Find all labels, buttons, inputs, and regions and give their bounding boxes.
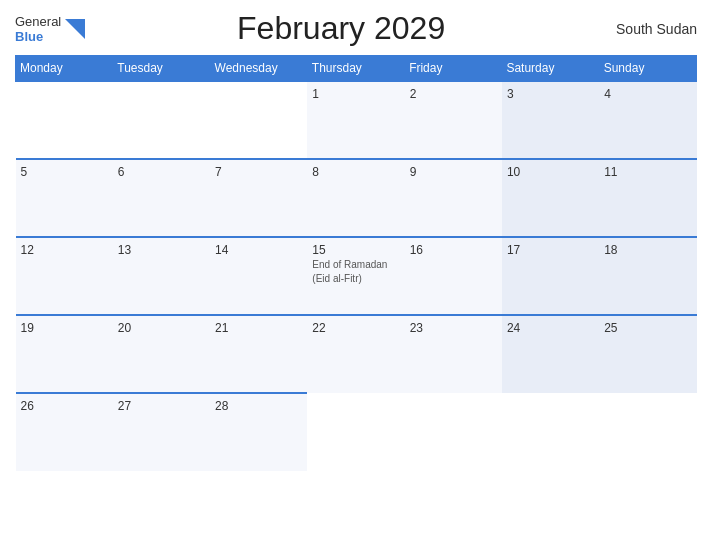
- calendar-cell: 5: [16, 159, 113, 237]
- calendar-table: Monday Tuesday Wednesday Thursday Friday…: [15, 55, 697, 471]
- calendar-cell: 13: [113, 237, 210, 315]
- calendar-cell: 9: [405, 159, 502, 237]
- cell-date: 4: [604, 87, 691, 101]
- calendar-header: General Blue February 2029 South Sudan: [15, 10, 697, 47]
- cell-date: 3: [507, 87, 594, 101]
- cell-date: 20: [118, 321, 205, 335]
- calendar-cell: 20: [113, 315, 210, 393]
- cell-date: 18: [604, 243, 691, 257]
- col-saturday: Saturday: [502, 56, 599, 82]
- cell-date: 23: [410, 321, 497, 335]
- calendar-cell: [502, 393, 599, 471]
- cell-date: 12: [21, 243, 108, 257]
- cell-date: 28: [215, 399, 302, 413]
- logo: General Blue: [15, 14, 85, 44]
- calendar-cell: 1: [307, 81, 404, 159]
- calendar-cell: [113, 81, 210, 159]
- calendar-cell: [405, 393, 502, 471]
- calendar-cell: 16: [405, 237, 502, 315]
- calendar-cell: 2: [405, 81, 502, 159]
- cell-date: 13: [118, 243, 205, 257]
- calendar-cell: 8: [307, 159, 404, 237]
- col-wednesday: Wednesday: [210, 56, 307, 82]
- cell-date: 25: [604, 321, 691, 335]
- cell-date: 8: [312, 165, 399, 179]
- calendar-cell: 26: [16, 393, 113, 471]
- calendar-cell: 4: [599, 81, 696, 159]
- calendar-cell: 24: [502, 315, 599, 393]
- logo-icon: [65, 19, 85, 39]
- cell-date: 19: [21, 321, 108, 335]
- cell-date: 27: [118, 399, 205, 413]
- cell-date: 5: [21, 165, 108, 179]
- cell-date: 17: [507, 243, 594, 257]
- calendar-cell: [210, 81, 307, 159]
- calendar-cell: 23: [405, 315, 502, 393]
- calendar-cell: 12: [16, 237, 113, 315]
- calendar-cell: 28: [210, 393, 307, 471]
- calendar-cell: 14: [210, 237, 307, 315]
- calendar-cell: 15End of Ramadan (Eid al-Fitr): [307, 237, 404, 315]
- col-friday: Friday: [405, 56, 502, 82]
- calendar-week-row: 262728: [16, 393, 697, 471]
- calendar-cell: [307, 393, 404, 471]
- calendar-cell: 18: [599, 237, 696, 315]
- calendar-cell: 19: [16, 315, 113, 393]
- calendar-header-row: Monday Tuesday Wednesday Thursday Friday…: [16, 56, 697, 82]
- calendar-body: 123456789101112131415End of Ramadan (Eid…: [16, 81, 697, 471]
- calendar-cell: 11: [599, 159, 696, 237]
- cell-date: 24: [507, 321, 594, 335]
- cell-date: 2: [410, 87, 497, 101]
- calendar-title: February 2029: [237, 10, 445, 47]
- cell-date: 16: [410, 243, 497, 257]
- cell-event: End of Ramadan (Eid al-Fitr): [312, 259, 387, 284]
- cell-date: 10: [507, 165, 594, 179]
- col-sunday: Sunday: [599, 56, 696, 82]
- cell-date: 14: [215, 243, 302, 257]
- cell-date: 9: [410, 165, 497, 179]
- logo-blue: Blue: [15, 29, 43, 44]
- cell-date: 22: [312, 321, 399, 335]
- calendar-cell: 25: [599, 315, 696, 393]
- calendar-cell: 27: [113, 393, 210, 471]
- cell-date: 11: [604, 165, 691, 179]
- col-monday: Monday: [16, 56, 113, 82]
- cell-date: 1: [312, 87, 399, 101]
- calendar-page: General Blue February 2029 South Sudan M…: [0, 0, 712, 550]
- calendar-cell: 3: [502, 81, 599, 159]
- cell-date: 7: [215, 165, 302, 179]
- calendar-cell: 10: [502, 159, 599, 237]
- calendar-cell: 17: [502, 237, 599, 315]
- calendar-week-row: 567891011: [16, 159, 697, 237]
- calendar-cell: [599, 393, 696, 471]
- country-label: South Sudan: [597, 21, 697, 37]
- calendar-cell: [16, 81, 113, 159]
- cell-date: 26: [21, 399, 108, 413]
- svg-marker-0: [65, 19, 85, 39]
- calendar-cell: 22: [307, 315, 404, 393]
- calendar-cell: 21: [210, 315, 307, 393]
- calendar-cell: 7: [210, 159, 307, 237]
- calendar-cell: 6: [113, 159, 210, 237]
- calendar-week-row: 19202122232425: [16, 315, 697, 393]
- col-thursday: Thursday: [307, 56, 404, 82]
- cell-date: 15: [312, 243, 399, 257]
- calendar-week-row: 1234: [16, 81, 697, 159]
- calendar-week-row: 12131415End of Ramadan (Eid al-Fitr)1617…: [16, 237, 697, 315]
- cell-date: 21: [215, 321, 302, 335]
- col-tuesday: Tuesday: [113, 56, 210, 82]
- logo-general: General: [15, 14, 61, 29]
- cell-date: 6: [118, 165, 205, 179]
- logo-text: General Blue: [15, 14, 61, 44]
